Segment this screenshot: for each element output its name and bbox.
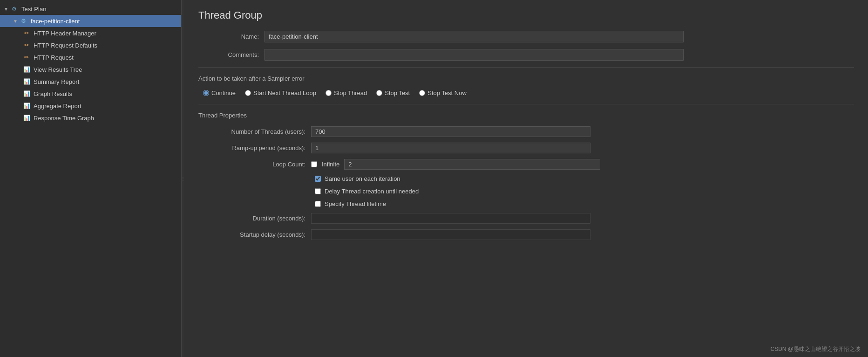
radio-stop-test-label: Stop Test: [385, 89, 410, 96]
gear-icon: ⚙: [20, 17, 28, 25]
num-threads-label: Number of Threads (users):: [198, 128, 305, 135]
sidebar-item-label: HTTP Request: [34, 54, 74, 61]
sidebar-item-http-request[interactable]: ✏ HTTP Request: [0, 51, 181, 63]
sidebar-item-response-time-graph[interactable]: 📊 Response Time Graph: [0, 112, 181, 124]
radio-start-next-thread-loop[interactable]: Start Next Thread Loop: [245, 89, 316, 96]
loop-count-input[interactable]: [344, 159, 600, 170]
same-user-checkbox[interactable]: [315, 176, 321, 182]
sidebar-item-graph-results[interactable]: 📊 Graph Results: [0, 88, 181, 100]
sidebar-item-label: Graph Results: [34, 90, 72, 97]
chart-icon: 📊: [22, 89, 31, 98]
sidebar-item-http-request-defaults[interactable]: ✂ HTTP Request Defaults: [0, 39, 181, 51]
wrench-icon: ✂: [22, 41, 31, 49]
sidebar-item-face-petition-client[interactable]: ▼ ⚙ face-petition-client: [0, 15, 181, 27]
page-title: Thread Group: [198, 9, 854, 21]
duration-label: Duration (seconds):: [198, 215, 305, 222]
radio-stop-test-now-label: Stop Test Now: [427, 89, 467, 96]
watermark: CSDN @愚味之山绝望之谷开悟之坡: [770, 345, 861, 353]
ramp-up-label: Ramp-up period (seconds):: [198, 144, 305, 151]
infinite-label: Infinite: [322, 161, 339, 168]
duration-row: Duration (seconds):: [198, 213, 854, 224]
comments-row: Comments:: [198, 49, 854, 61]
sidebar-item-aggregate-report[interactable]: 📊 Aggregate Report: [0, 100, 181, 112]
test-plan-icon: ⚙: [10, 5, 19, 13]
divider1: [198, 67, 854, 68]
comments-label: Comments:: [198, 51, 259, 58]
specify-lifetime-label: Specify Thread lifetime: [325, 200, 386, 207]
arrow-icon: ▼: [4, 7, 8, 12]
radio-continue[interactable]: Continue: [203, 89, 236, 96]
chart-icon: 📊: [22, 114, 31, 122]
chart-icon: 📊: [22, 77, 31, 86]
sidebar-item-label: View Results Tree: [34, 66, 82, 73]
chart-icon: 📊: [22, 65, 31, 74]
same-user-label: Same user on each iteration: [325, 175, 400, 182]
sidebar-item-summary-report[interactable]: 📊 Summary Report: [0, 76, 181, 88]
sidebar-item-label: Test Plan: [21, 6, 46, 13]
sidebar-item-label: HTTP Header Manager: [34, 30, 96, 37]
thread-properties-label: Thread Properties: [198, 112, 854, 119]
radio-stop-test-now[interactable]: Stop Test Now: [419, 89, 467, 96]
sidebar-item-label: Aggregate Report: [34, 103, 81, 110]
pencil-icon: ✏: [22, 53, 31, 62]
sidebar: ▼ ⚙ Test Plan ▼ ⚙ face-petition-client ✂…: [0, 0, 182, 357]
radio-stop-thread-label: Stop Thread: [334, 89, 367, 96]
chart-icon: 📊: [22, 102, 31, 110]
startup-delay-row: Startup delay (seconds):: [198, 229, 854, 240]
name-input[interactable]: [264, 31, 684, 42]
duration-input[interactable]: [311, 213, 590, 224]
sidebar-item-label: HTTP Request Defaults: [34, 42, 97, 49]
radio-start-next-label: Start Next Thread Loop: [253, 89, 316, 96]
action-radio-group: Continue Start Next Thread Loop Stop Thr…: [203, 89, 854, 96]
comments-input[interactable]: [264, 49, 684, 61]
radio-stop-test[interactable]: Stop Test: [376, 89, 410, 96]
startup-delay-input[interactable]: [311, 229, 590, 240]
delay-thread-row: Delay Thread creation until needed: [310, 188, 854, 195]
startup-delay-label: Startup delay (seconds):: [198, 231, 305, 238]
sidebar-item-label: Summary Report: [34, 78, 79, 85]
radio-continue-label: Continue: [211, 89, 236, 96]
arrow-open-icon: ▼: [13, 19, 18, 24]
name-row: Name:: [198, 31, 854, 42]
divider2: [198, 104, 854, 104]
tree-root: ▼ ⚙ Test Plan ▼ ⚙ face-petition-client ✂…: [0, 0, 181, 357]
loop-count-label: Loop Count:: [198, 161, 305, 168]
delay-thread-checkbox[interactable]: [315, 188, 321, 194]
sidebar-item-label: Response Time Graph: [34, 115, 94, 122]
radio-stop-thread[interactable]: Stop Thread: [326, 89, 367, 96]
infinite-checkbox[interactable]: [311, 161, 317, 167]
specify-lifetime-checkbox[interactable]: [315, 201, 321, 207]
specify-lifetime-row: Specify Thread lifetime: [310, 200, 854, 207]
sidebar-item-label: face-petition-client: [31, 18, 80, 25]
action-section-label: Action to be taken after a Sampler error: [198, 75, 854, 82]
same-user-row: Same user on each iteration: [310, 175, 854, 182]
thread-properties-section: Number of Threads (users): Ramp-up perio…: [198, 126, 854, 240]
wrench-icon: ✂: [22, 29, 31, 37]
sidebar-item-view-results-tree[interactable]: 📊 View Results Tree: [0, 63, 181, 76]
loop-count-controls: Infinite: [311, 159, 600, 170]
ramp-up-input[interactable]: [311, 143, 590, 153]
main-content: Thread Group Name: Comments: Action to b…: [184, 0, 868, 357]
delay-thread-label: Delay Thread creation until needed: [325, 188, 419, 195]
name-label: Name:: [198, 33, 259, 40]
num-threads-input[interactable]: [311, 126, 590, 137]
loop-count-row: Loop Count: Infinite: [198, 159, 854, 170]
sidebar-item-http-header-manager[interactable]: ✂ HTTP Header Manager: [0, 27, 181, 39]
sidebar-item-test-plan[interactable]: ▼ ⚙ Test Plan: [0, 3, 181, 15]
num-threads-row: Number of Threads (users):: [198, 126, 854, 137]
ramp-up-row: Ramp-up period (seconds):: [198, 143, 854, 153]
